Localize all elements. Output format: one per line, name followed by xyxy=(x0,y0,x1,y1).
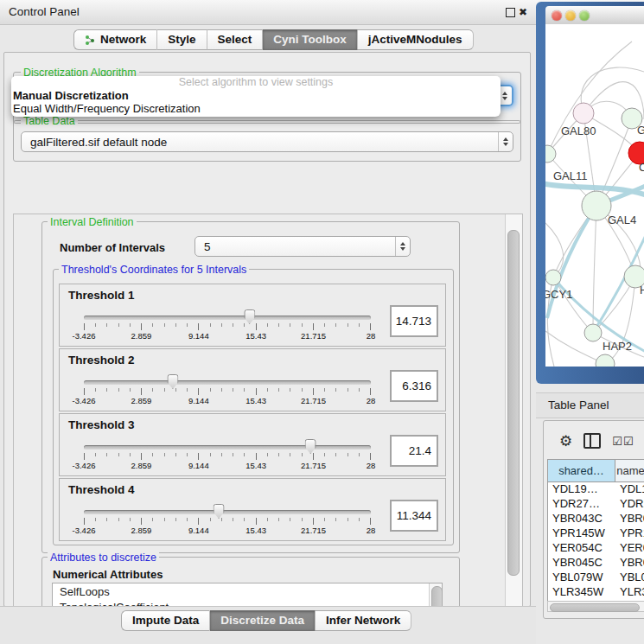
threshold-1-slider-thumb[interactable] xyxy=(244,309,255,324)
minimize-traffic-light[interactable] xyxy=(565,10,576,21)
threshold-2-slider[interactable] xyxy=(84,380,371,385)
label-clipped-h: H xyxy=(640,284,644,296)
tick-label: 21.715 xyxy=(301,461,326,470)
threshold-3-panel: Threshold 3 -3.4262.8599.14415.4321.7152… xyxy=(59,413,446,476)
checkbox-icons[interactable]: ☑☑ xyxy=(612,435,634,448)
threshold-4-label: Threshold 4 xyxy=(68,483,135,496)
dropdown-option-manual[interactable]: Manual Discretization xyxy=(11,89,501,102)
table-row[interactable]: YBL079W YBL0 xyxy=(548,571,644,585)
threshold-1-panel: Threshold 1 -3.4262.8599.14415.4321.7152… xyxy=(59,284,446,347)
tab-jactivemnodules[interactable]: jActiveMNodules xyxy=(358,29,474,50)
table-horizontal-scrollbar[interactable] xyxy=(547,601,644,612)
combo-stepper-icon xyxy=(395,237,410,256)
slider-ticks xyxy=(84,518,371,525)
tick-label: 15.43 xyxy=(245,526,266,535)
slider-ticks xyxy=(84,323,371,330)
table-data-combobox[interactable]: galFiltered.sif default node xyxy=(21,131,513,152)
node-table[interactable]: shared… name YDL19… YDL1 YDR27… YDR2 YBR… xyxy=(547,459,644,603)
zoom-traffic-light[interactable] xyxy=(579,10,590,21)
tick-label: 9.144 xyxy=(188,461,209,470)
tick-label: 15.43 xyxy=(245,461,266,470)
float-window-icon[interactable] xyxy=(506,8,515,17)
table-row[interactable]: YBR043C YBR0 xyxy=(548,512,644,526)
tick-label: 2.859 xyxy=(131,396,152,405)
slider-tick-labels: -3.4262.8599.14415.4321.71528 xyxy=(84,526,371,536)
tick-label: 9.144 xyxy=(188,331,209,341)
label-clipped-c: C xyxy=(639,161,644,174)
node-gal11 xyxy=(545,145,556,163)
interval-definition-groupbox: Interval Definition Number of Intervals … xyxy=(41,221,460,553)
gear-icon[interactable]: ⚙ xyxy=(559,432,572,450)
tab-network[interactable]: Network xyxy=(73,29,157,50)
threshold-1-value-field[interactable]: 14.713 xyxy=(390,305,438,337)
threshold-3-label: Threshold 3 xyxy=(68,418,135,431)
combo-stepper-icon xyxy=(498,132,513,151)
network-view-window: GAL80 GAL11 GAL4 GCY1 HAP2 G C H xyxy=(536,2,644,384)
dropdown-hint-option[interactable]: Select algorithm to view settings xyxy=(11,76,501,89)
slider-tick-labels: -3.4262.8599.14415.4321.71528 xyxy=(84,331,371,341)
threshold-3-slider[interactable] xyxy=(84,445,371,450)
attribute-list-item[interactable]: SelfLoops xyxy=(53,583,442,599)
tick-label: 2.859 xyxy=(131,526,152,535)
table-row[interactable]: YLR345W YLR3 xyxy=(548,585,644,600)
tick-label: 21.715 xyxy=(301,526,326,535)
tick-label: 9.144 xyxy=(188,396,209,405)
network-window-titlebar[interactable] xyxy=(545,6,644,25)
table-toolbar: ⚙ ☑☑ xyxy=(547,426,644,456)
tick-label: 28 xyxy=(367,461,376,470)
label-clipped-g: G xyxy=(637,124,644,137)
table-header-row: shared… name xyxy=(548,460,644,482)
bottom-strip: Impute Data Discretize Data Infer Networ… xyxy=(0,606,536,644)
table-row[interactable]: YPR145W YPR1 xyxy=(548,526,644,541)
threshold-2-value-field[interactable]: 6.316 xyxy=(390,370,438,402)
table-row[interactable]: YDR27… YDR2 xyxy=(548,497,644,512)
tab-infer-network[interactable]: Infer Network xyxy=(316,610,411,631)
table-data-group-title: Table Data xyxy=(21,116,78,126)
column-header-name[interactable]: name xyxy=(615,460,644,481)
node-gcy1 xyxy=(545,270,561,285)
tab-impute-data[interactable]: Impute Data xyxy=(121,610,210,631)
table-panel: ⚙ ☑☑ shared… name YDL19… YDL1 YDR27… YDR… xyxy=(543,420,644,619)
settings-scroll-viewport: Interval Definition Number of Intervals … xyxy=(13,214,523,628)
close-icon[interactable]: ✖ xyxy=(519,6,527,18)
label-gal80: GAL80 xyxy=(561,124,596,137)
node-hap2 xyxy=(584,324,602,341)
tick-label: 15.43 xyxy=(245,331,266,341)
num-intervals-combobox[interactable]: 5 xyxy=(194,236,411,257)
panel-title: Control Panel xyxy=(9,5,80,18)
table-row[interactable]: YDL19… YDL1 xyxy=(548,482,644,497)
tick-label: 28 xyxy=(367,526,376,535)
threshold-4-slider-thumb[interactable] xyxy=(214,504,225,519)
tick-label: 28 xyxy=(367,396,376,405)
tick-label: 15.43 xyxy=(245,396,266,405)
tab-cyni-toolbox[interactable]: Cyni Toolbox xyxy=(263,29,358,50)
tab-discretize-data[interactable]: Discretize Data xyxy=(210,610,316,631)
network-canvas[interactable]: GAL80 GAL11 GAL4 GCY1 HAP2 G C H xyxy=(545,24,644,367)
column-header-shared-name[interactable]: shared… xyxy=(548,460,615,481)
label-gcy1: GCY1 xyxy=(545,288,572,301)
top-tabstrip: Network Style Select Cyni Toolbox jActiv… xyxy=(73,29,474,50)
slider-ticks xyxy=(84,388,371,395)
threshold-4-value-field[interactable]: 11.344 xyxy=(390,500,438,532)
node-gal4 xyxy=(582,191,611,220)
table-panel-title: Table Panel xyxy=(548,399,609,411)
tab-style[interactable]: Style xyxy=(157,29,207,50)
split-view-icon[interactable] xyxy=(583,433,601,449)
slider-tick-labels: -3.4262.8599.14415.4321.71528 xyxy=(84,396,371,406)
threshold-4-slider[interactable] xyxy=(84,510,371,514)
threshold-2-slider-thumb[interactable] xyxy=(167,374,178,389)
tab-select[interactable]: Select xyxy=(207,29,264,50)
threshold-2-label: Threshold 2 xyxy=(68,354,135,367)
threshold-3-slider-thumb[interactable] xyxy=(305,439,316,454)
tick-label: 28 xyxy=(367,331,376,341)
slider-tick-labels: -3.4262.8599.14415.4321.71528 xyxy=(84,461,371,471)
dropdown-option-equal-width[interactable]: Equal Width/Frequency Discretization xyxy=(11,102,501,115)
viewport-scrollbar[interactable] xyxy=(505,214,522,628)
threshold-1-slider[interactable] xyxy=(84,316,371,320)
close-traffic-light[interactable] xyxy=(552,10,562,21)
table-row[interactable]: YBR045C YBR0 xyxy=(548,556,644,571)
table-row[interactable]: YER054C YER0 xyxy=(548,541,644,556)
tick-label: 9.144 xyxy=(188,526,209,535)
threshold-3-value-field[interactable]: 21.4 xyxy=(390,435,438,467)
threshold-2-panel: Threshold 2 -3.4262.8599.14415.4321.7152… xyxy=(59,348,446,411)
